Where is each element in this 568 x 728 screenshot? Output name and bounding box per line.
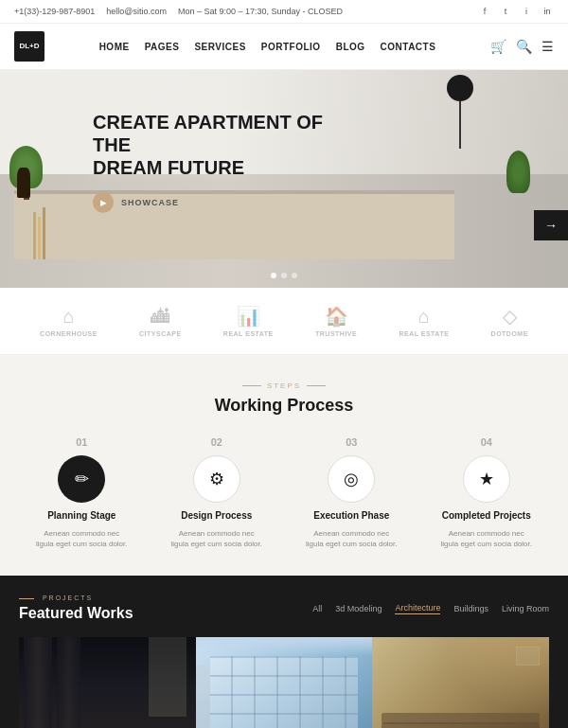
step-planning: 01 ✏ Planning Stage Aenean commodo nec l… (19, 436, 145, 549)
partner-realestate2: ⌂ Real Estate (399, 306, 449, 337)
plant-right (506, 151, 530, 198)
partner-cityscape: 🏙 CITYSCAPE (139, 306, 182, 337)
featured-tag: PROJECTS (19, 595, 133, 601)
realestate-name: REAL ESTATE (223, 330, 274, 337)
menu-icon[interactable]: ☰ (541, 39, 554, 54)
social-links: f t i in (478, 5, 554, 18)
featured-filters: All 3d Modeling Architecture Buildings L… (312, 603, 549, 614)
step1-icon: ✏ (75, 469, 89, 489)
top-bar: +1(33)-129-987-8901 hello@sitio.com Mon … (0, 0, 568, 24)
twitter-icon[interactable]: t (499, 5, 512, 18)
step2-icon: ⚙ (209, 469, 224, 489)
play-icon: ▶ (93, 192, 114, 213)
step4-icon: ★ (479, 469, 494, 489)
process-section: STEPS Working Process 01 ✏ Planning Stag… (0, 355, 568, 576)
phone-number: +1(33)-129-987-8901 (14, 7, 95, 16)
nav-blog[interactable]: BLOG (336, 42, 365, 52)
process-steps: 01 ✏ Planning Stage Aenean commodo nec l… (19, 436, 549, 549)
featured-image-1[interactable] (19, 637, 196, 728)
partner-trusthive: 🏠 TRUSTHIVE (315, 305, 357, 337)
showcase-button[interactable]: ▶ SHOWCASE (93, 192, 179, 213)
email-address: hello@sitio.com (106, 7, 167, 16)
hero-dots (271, 273, 297, 278)
nav-contacts[interactable]: CONTACTS (381, 42, 436, 52)
navbar: DL+D HOME PAGES SERVICES PORTFOLIO BLOG … (0, 24, 568, 70)
facebook-icon[interactable]: f (478, 5, 491, 18)
partner-realestate: 📊 REAL ESTATE (223, 305, 274, 337)
dot-2[interactable] (281, 273, 287, 278)
top-bar-info: +1(33)-129-987-8901 hello@sitio.com Mon … (14, 7, 343, 16)
partner-dotdome: ◇ DOTDOME (491, 305, 528, 337)
cart-icon[interactable]: 🛒 (490, 39, 506, 54)
nav-actions: 🛒 🔍 ☰ (490, 39, 554, 54)
realestate2-name: Real Estate (399, 330, 449, 337)
trusthive-icon: 🏠 (325, 305, 348, 328)
featured-section: PROJECTS Featured Works All 3d Modeling … (0, 576, 568, 728)
showcase-label: SHOWCASE (121, 198, 179, 207)
realestate2-icon: ⌂ (418, 306, 430, 328)
nav-services[interactable]: SERVICES (194, 42, 245, 52)
nav-pages[interactable]: PAGES (145, 42, 180, 52)
step3-name: Execution Phase (313, 510, 389, 521)
dotdome-icon: ◇ (503, 305, 517, 328)
featured-title: Featured Works (19, 605, 133, 622)
vase-element (17, 168, 30, 198)
realestate-icon: 📊 (237, 305, 260, 328)
filter-living[interactable]: Living Room (502, 604, 549, 613)
step-design: 02 ⚙ Design Process Aenean commodo nec l… (154, 436, 280, 549)
featured-image-3[interactable] (372, 637, 549, 728)
step3-icon-circle: ◎ (328, 455, 375, 503)
step4-name: Completed Projects (442, 510, 531, 521)
nav-home[interactable]: HOME (99, 42, 130, 52)
featured-image-2[interactable] (196, 637, 373, 728)
step3-desc: Aenean commodo nec ligula eget cum socia… (304, 528, 399, 549)
filter-architecture[interactable]: Architecture (395, 603, 440, 614)
cornerhouse-name: CORNERHOUSE (40, 330, 98, 337)
step3-number: 03 (346, 436, 357, 448)
step2-name: Design Process (181, 510, 252, 521)
cityscape-icon: 🏙 (151, 306, 169, 328)
filter-3d[interactable]: 3d Modeling (335, 604, 382, 613)
hero-title: CREATE APARTMENT OF THEDREAM FUTURE (93, 110, 339, 178)
hero-next-arrow[interactable]: → (534, 210, 568, 240)
linkedin-icon[interactable]: in (541, 5, 554, 18)
business-hours: Mon – Sat 9:00 – 17:30, Sunday - CLOSED (178, 7, 343, 16)
step2-icon-circle: ⚙ (193, 455, 240, 503)
dot-1[interactable] (271, 273, 276, 278)
step3-icon: ◎ (344, 469, 359, 489)
cornerhouse-icon: ⌂ (62, 306, 74, 328)
lamp-element (447, 75, 473, 149)
filter-all[interactable]: All (312, 604, 322, 613)
step1-desc: Aenean commodo nec ligula eget cum socia… (34, 528, 129, 549)
partner-cornerhouse: ⌂ CORNERHOUSE (40, 306, 98, 337)
step4-number: 04 (481, 436, 492, 448)
step1-number: 01 (76, 436, 87, 448)
step4-icon-circle: ★ (463, 455, 510, 503)
step2-number: 02 (211, 436, 222, 448)
nav-portfolio[interactable]: PORTFOLIO (261, 42, 321, 52)
instagram-icon[interactable]: i (520, 5, 533, 18)
trusthive-name: TRUSTHIVE (315, 330, 357, 337)
featured-header: PROJECTS Featured Works All 3d Modeling … (19, 595, 549, 622)
step1-name: Planning Stage (47, 510, 115, 521)
dotdome-name: DOTDOME (491, 330, 528, 337)
search-icon[interactable]: 🔍 (516, 39, 532, 54)
step4-desc: Aenean commodo nec ligula eget cum socia… (439, 528, 534, 549)
hero-content: CREATE APARTMENT OF THEDREAM FUTURE ▶ SH… (93, 110, 339, 213)
dot-3[interactable] (292, 273, 297, 278)
step1-icon-circle: ✏ (58, 455, 105, 503)
featured-grid (19, 637, 549, 728)
filter-buildings[interactable]: Buildings (453, 604, 488, 613)
step2-desc: Aenean commodo nec ligula eget cum socia… (169, 528, 264, 549)
step-completed: 04 ★ Completed Projects Aenean commodo n… (424, 436, 550, 549)
process-tag: STEPS (19, 382, 549, 390)
featured-title-group: PROJECTS Featured Works (19, 595, 133, 622)
hero-section: CREATE APARTMENT OF THEDREAM FUTURE ▶ SH… (0, 70, 568, 288)
partners-bar: ⌂ CORNERHOUSE 🏙 CITYSCAPE 📊 REAL ESTATE … (0, 288, 568, 355)
step-execution: 03 ◎ Execution Phase Aenean commodo nec … (289, 436, 415, 549)
site-logo[interactable]: DL+D (14, 31, 44, 62)
nav-links: HOME PAGES SERVICES PORTFOLIO BLOG CONTA… (99, 42, 436, 52)
process-title: Working Process (19, 396, 549, 416)
cityscape-name: CITYSCAPE (139, 330, 182, 337)
